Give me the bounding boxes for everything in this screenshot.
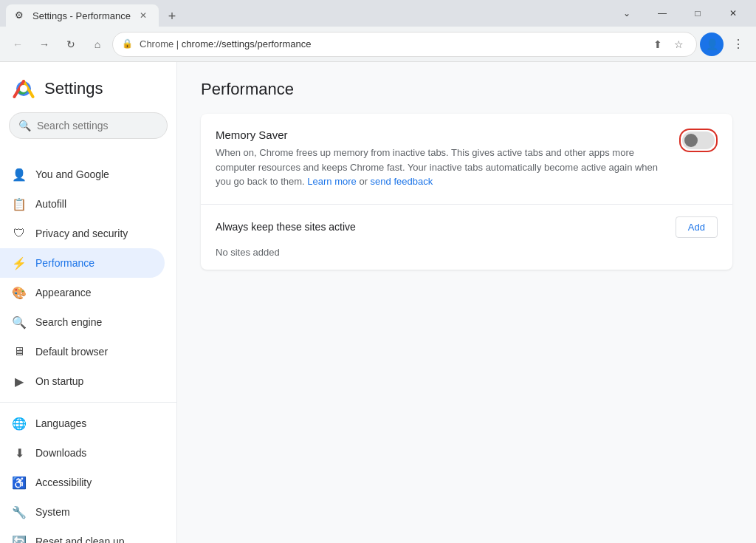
- maximize-icon: □: [695, 8, 700, 18]
- sidebar-label: System: [35, 506, 70, 518]
- tab-close-button[interactable]: ✕: [137, 9, 150, 22]
- settings-header: Settings: [0, 68, 176, 112]
- sites-label: Always keep these sites active: [216, 221, 356, 233]
- chrome-logo-icon: [12, 77, 35, 100]
- memory-saver-description: When on, Chrome frees up memory from ina…: [216, 146, 667, 189]
- chevron-down-icon: ⌄: [623, 8, 630, 18]
- search-engine-icon: 🔍: [12, 315, 27, 329]
- send-feedback-link[interactable]: send feedback: [371, 176, 433, 187]
- content-area: Performance Memory Saver When on, Chrome…: [177, 62, 756, 543]
- sidebar-label: Downloads: [35, 447, 86, 459]
- search-icon: 🔍: [18, 120, 31, 132]
- sidebar-item-performance[interactable]: ⚡ Performance: [0, 248, 165, 278]
- url-path: chrome://settings/performance: [182, 38, 312, 49]
- sidebar-item-appearance[interactable]: 🎨 Appearance: [0, 278, 165, 307]
- add-site-button[interactable]: Add: [676, 216, 718, 238]
- languages-icon: 🌐: [12, 416, 27, 431]
- sidebar-item-reset[interactable]: 🔄 Reset and clean up: [0, 527, 165, 543]
- sidebar-label: On startup: [35, 375, 83, 387]
- maximize-button[interactable]: □: [681, 2, 715, 24]
- memory-saver-section: Memory Saver When on, Chrome frees up me…: [201, 114, 732, 204]
- addressbar: ← → ↻ ⌂ 🔒 Chrome | chrome://settings/per…: [0, 27, 756, 62]
- svg-point-2: [20, 85, 27, 92]
- forward-button[interactable]: →: [32, 33, 56, 56]
- main-content: Settings 🔍 👤 You and Google 📋 Autofill 🛡…: [0, 62, 756, 543]
- chevron-down-button[interactable]: ⌄: [610, 2, 644, 24]
- performance-icon: ⚡: [12, 256, 27, 270]
- sidebar-item-autofill[interactable]: 📋 Autofill: [0, 189, 165, 219]
- home-button[interactable]: ⌂: [86, 33, 109, 56]
- share-button[interactable]: ⬆: [649, 35, 667, 53]
- autofill-icon: 📋: [12, 197, 27, 211]
- search-input[interactable]: [37, 120, 166, 132]
- profile-button[interactable]: 👤: [700, 33, 724, 56]
- appearance-icon: 🎨: [12, 285, 27, 300]
- system-icon: 🔧: [12, 505, 27, 519]
- security-icon: 🔒: [122, 38, 134, 50]
- back-icon: ←: [13, 38, 23, 50]
- or-text: or: [357, 176, 371, 187]
- memory-saver-toggle[interactable]: [682, 132, 715, 149]
- no-sites-text: No sites added: [216, 247, 718, 258]
- close-tab-icon: ✕: [140, 10, 147, 21]
- settings-title: Settings: [44, 79, 103, 98]
- new-tab-button[interactable]: +: [162, 6, 182, 27]
- close-window-icon: ✕: [729, 8, 737, 18]
- memory-saver-content: Memory Saver When on, Chrome frees up me…: [216, 129, 667, 189]
- page-title: Performance: [201, 80, 732, 99]
- sidebar: Settings 🔍 👤 You and Google 📋 Autofill 🛡…: [0, 62, 177, 543]
- back-button[interactable]: ←: [6, 33, 30, 56]
- omnibox[interactable]: 🔒 Chrome | chrome://settings/performance…: [112, 32, 697, 57]
- sidebar-label: You and Google: [35, 168, 109, 180]
- sidebar-label: Appearance: [35, 287, 92, 298]
- sidebar-item-on-startup[interactable]: ▶ On startup: [0, 366, 165, 396]
- performance-card: Memory Saver When on, Chrome frees up me…: [201, 114, 732, 270]
- sidebar-item-you-and-google[interactable]: 👤 You and Google: [0, 160, 165, 189]
- bookmark-button[interactable]: ☆: [670, 35, 687, 53]
- tab-area: ⚙ Settings - Performance ✕ +: [6, 0, 182, 27]
- close-window-button[interactable]: ✕: [716, 2, 750, 24]
- memory-saver-header: Memory Saver When on, Chrome frees up me…: [216, 129, 718, 189]
- sidebar-label: Accessibility: [35, 477, 92, 488]
- sidebar-label: Reset and clean up: [35, 536, 125, 543]
- memory-saver-toggle-wrapper: [679, 129, 718, 152]
- tab-favicon-icon: ⚙: [15, 10, 27, 21]
- minimize-icon: —: [658, 8, 667, 18]
- window-controls: ⌄ — □ ✕: [610, 2, 750, 24]
- home-icon: ⌂: [94, 38, 100, 50]
- sidebar-label: Performance: [35, 257, 94, 269]
- sidebar-item-downloads[interactable]: ⬇ Downloads: [0, 438, 165, 468]
- sidebar-item-accessibility[interactable]: ♿ Accessibility: [0, 468, 165, 497]
- share-icon: ⬆: [653, 38, 662, 50]
- accessibility-icon: ♿: [12, 475, 27, 490]
- sidebar-divider: [0, 402, 176, 403]
- reload-icon: ↻: [66, 38, 75, 50]
- person-icon: 👤: [12, 167, 27, 182]
- minimize-button[interactable]: —: [645, 2, 679, 24]
- sidebar-item-default-browser[interactable]: 🖥 Default browser: [0, 337, 165, 366]
- sidebar-search-area: 🔍: [0, 112, 176, 160]
- reload-button[interactable]: ↻: [59, 33, 83, 56]
- sidebar-item-languages[interactable]: 🌐 Languages: [0, 409, 165, 438]
- tab-title: Settings - Performance: [32, 10, 131, 21]
- menu-icon: ⋮: [732, 37, 744, 51]
- profile-icon: 👤: [706, 38, 718, 50]
- bookmark-icon: ☆: [674, 38, 684, 50]
- sidebar-item-search-engine[interactable]: 🔍 Search engine: [0, 307, 165, 337]
- sidebar-label: Default browser: [35, 346, 108, 358]
- on-startup-icon: ▶: [12, 374, 27, 389]
- sidebar-item-privacy-and-security[interactable]: 🛡 Privacy and security: [0, 219, 165, 248]
- default-browser-icon: 🖥: [12, 344, 27, 359]
- reset-icon: 🔄: [12, 534, 27, 543]
- menu-button[interactable]: ⋮: [726, 33, 750, 56]
- sidebar-label: Languages: [35, 417, 86, 429]
- omnibox-actions: ⬆ ☆: [649, 35, 687, 53]
- learn-more-link[interactable]: Learn more: [307, 176, 356, 187]
- sites-header: Always keep these sites active Add: [216, 216, 718, 238]
- active-tab[interactable]: ⚙ Settings - Performance ✕: [6, 4, 159, 27]
- url-prefix: Chrome |: [140, 38, 182, 49]
- shield-icon: 🛡: [12, 226, 27, 241]
- sidebar-item-system[interactable]: 🔧 System: [0, 497, 165, 527]
- sidebar-label: Autofill: [35, 198, 66, 210]
- search-bar[interactable]: 🔍: [9, 112, 168, 139]
